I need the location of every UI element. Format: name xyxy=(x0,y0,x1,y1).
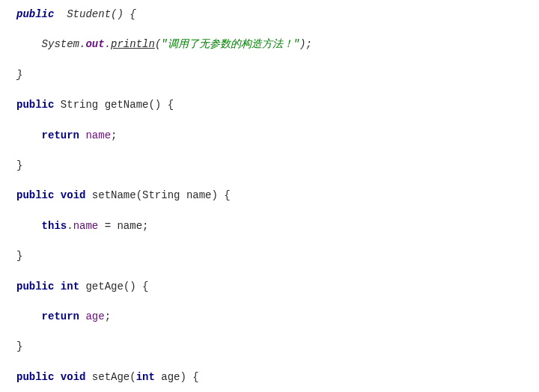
system-class: System xyxy=(42,38,79,50)
method-name: getName xyxy=(105,99,149,111)
setname-line: public void setName(String name) { xyxy=(16,187,523,203)
return-type: String xyxy=(54,99,104,111)
dot: . xyxy=(67,220,73,232)
getname-line: public String getName() { xyxy=(16,97,523,113)
method-name: getAge xyxy=(85,281,123,293)
keyword-this: this xyxy=(42,220,67,232)
setage-line: public void setAge(int age) { xyxy=(16,369,523,385)
return-age-line: return age; xyxy=(16,308,523,325)
space xyxy=(54,189,60,201)
semicolon: ; xyxy=(111,129,117,141)
paren-semi: ); xyxy=(299,38,312,50)
keyword-public: public xyxy=(16,281,54,293)
close-brace: } xyxy=(16,248,523,264)
space xyxy=(85,189,91,201)
paren-brace: ) { xyxy=(180,371,199,383)
keyword-public: public xyxy=(16,371,54,383)
close-brace: } xyxy=(16,157,523,174)
keyword-return: return xyxy=(42,129,79,141)
param-type: int xyxy=(136,371,155,383)
param-name: name xyxy=(186,189,212,201)
this-name-line: this.name = name; xyxy=(16,218,523,234)
code-text: () { xyxy=(124,281,149,293)
out-field: out xyxy=(85,38,104,50)
constructor-line: public Student() { xyxy=(16,6,523,22)
semicolon: ; xyxy=(105,310,111,322)
keyword-return: return xyxy=(42,310,79,322)
space xyxy=(85,371,91,383)
keyword-public: public xyxy=(16,8,67,20)
keyword-void: void xyxy=(61,189,86,201)
param-type: String xyxy=(142,189,186,201)
paren-brace: ) { xyxy=(211,189,230,201)
paren: ( xyxy=(130,371,135,383)
semicolon: ; xyxy=(142,220,148,232)
println-line: System.out.println("调用了无参数的构造方法！"); xyxy=(16,36,523,52)
code-text: () { xyxy=(111,8,136,20)
field-age: age xyxy=(85,310,104,322)
code-block: public Student() { System.out.println("调… xyxy=(16,6,523,392)
param-ref: name xyxy=(117,220,142,232)
space xyxy=(54,281,60,293)
paren: ( xyxy=(136,189,142,201)
space xyxy=(54,371,60,383)
println-method: println xyxy=(111,38,155,50)
field-name: name xyxy=(73,220,99,232)
constructor-name: Student xyxy=(67,8,111,20)
keyword-public: public xyxy=(16,189,54,201)
close-brace: } xyxy=(16,338,523,355)
method-name: setAge xyxy=(92,371,130,383)
equals: = xyxy=(98,220,117,232)
param-name: age xyxy=(161,371,180,383)
keyword-public: public xyxy=(16,99,54,111)
keyword-int: int xyxy=(61,281,79,293)
getage-line: public int getAge() { xyxy=(16,278,523,295)
code-text: () { xyxy=(148,99,174,111)
keyword-void: void xyxy=(61,371,86,383)
return-name-line: return name; xyxy=(16,127,523,144)
string-literal: "调用了无参数的构造方法！" xyxy=(161,38,299,50)
method-name: setName xyxy=(92,189,136,201)
close-brace: } xyxy=(16,67,523,83)
dot: . xyxy=(105,38,111,50)
field-name: name xyxy=(85,129,111,141)
